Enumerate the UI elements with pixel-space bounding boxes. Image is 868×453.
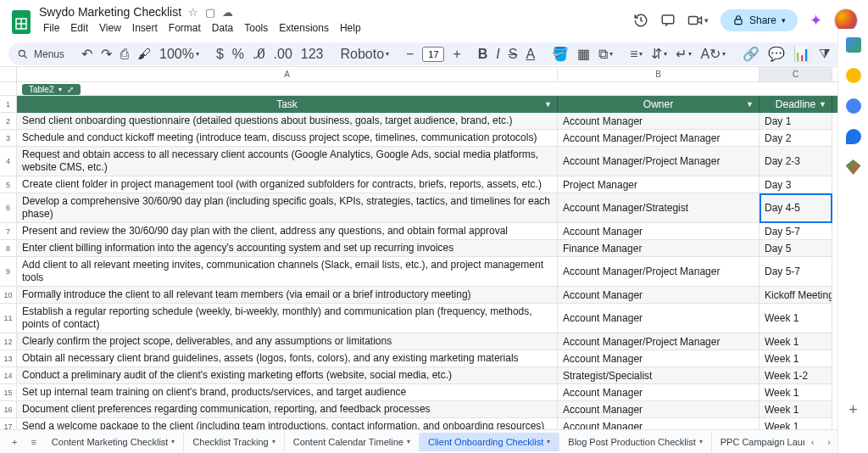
row-number[interactable]: 13	[0, 350, 17, 367]
header-deadline[interactable]: Deadline▼	[760, 96, 832, 113]
text-color-icon[interactable]: A	[526, 47, 535, 62]
calendar-icon[interactable]	[846, 37, 861, 53]
font-select[interactable]: Roboto ▾	[341, 47, 390, 62]
cell-deadline[interactable]: Week 1	[760, 401, 832, 418]
filter-icon[interactable]: ⧩	[819, 47, 830, 62]
menu-help[interactable]: Help	[336, 20, 365, 36]
add-sheet-icon[interactable]: +	[5, 437, 24, 447]
menu-view[interactable]: View	[95, 20, 125, 36]
menu-format[interactable]: Format	[164, 20, 205, 36]
cell-task[interactable]: Set up internal team training on client'…	[17, 384, 558, 401]
cell-task[interactable]: Send a welcome package to the client (in…	[17, 418, 558, 429]
fill-color-icon[interactable]: 🪣	[552, 46, 569, 62]
cell-task[interactable]: Clearly confirm the project scope, deliv…	[17, 333, 558, 350]
gemini-icon[interactable]: ✦	[810, 11, 822, 30]
cell-deadline[interactable]: Week 1	[760, 333, 832, 350]
cell-deadline[interactable]: Day 2	[760, 130, 832, 147]
menu-edit[interactable]: Edit	[66, 20, 92, 36]
row-number[interactable]: 6	[0, 193, 17, 223]
cloud-icon[interactable]: ☁	[222, 6, 233, 19]
cell-deadline[interactable]: Week 1	[760, 350, 832, 367]
cell-owner[interactable]: Account Manager	[558, 418, 760, 429]
row-number[interactable]: 7	[0, 223, 17, 240]
menu-data[interactable]: Data	[208, 20, 237, 36]
cell-deadline[interactable]: Week 1	[760, 384, 832, 401]
halign-icon[interactable]: ≡▾	[630, 47, 643, 62]
redo-icon[interactable]: ↷	[101, 46, 112, 62]
cell-deadline[interactable]: Day 5-7	[760, 257, 832, 287]
cell-owner[interactable]: Account Manager	[558, 304, 760, 333]
cell-deadline[interactable]: Day 1	[760, 113, 832, 130]
cell-deadline[interactable]: Day 2-3	[760, 147, 832, 176]
cell-owner[interactable]: Account Manager/Project Manager	[558, 257, 760, 287]
sheet-grid[interactable]: A B C Table2 ▾ ⤢ 1 Task▼ Owner▼ Deadline…	[0, 66, 837, 429]
zoom-select[interactable]: 100% ▾	[159, 47, 199, 62]
sheet-tab[interactable]: Content Calendar Timeline▾	[285, 433, 420, 451]
strike-icon[interactable]: S	[509, 47, 518, 62]
table-chip[interactable]: Table2 ▾ ⤢	[22, 84, 81, 95]
row-number[interactable]: 9	[0, 257, 17, 287]
font-decrease-icon[interactable]: −	[406, 47, 414, 62]
cell-task[interactable]: Document client preferences regarding co…	[17, 401, 558, 418]
row-number[interactable]: 1	[0, 96, 17, 113]
cell-task[interactable]: Conduct a preliminary audit of the clien…	[17, 367, 558, 384]
menu-extensions[interactable]: Extensions	[275, 20, 333, 36]
comment-icon[interactable]: 💬	[768, 46, 785, 62]
wrap-icon[interactable]: ↵▾	[676, 46, 692, 62]
italic-icon[interactable]: I	[496, 47, 499, 62]
row-number[interactable]: 10	[0, 287, 17, 304]
row-number[interactable]: 11	[0, 304, 17, 333]
add-addon-icon[interactable]: +	[849, 401, 858, 453]
sheets-logo[interactable]	[10, 7, 32, 37]
cell-deadline[interactable]: Day 4-5	[760, 193, 832, 223]
meet-icon[interactable]: ▾	[687, 14, 709, 26]
cell-owner[interactable]: Project Manager	[558, 176, 760, 193]
cell-task[interactable]: Present and review the 30/60/90 day plan…	[17, 223, 558, 240]
currency-icon[interactable]: $	[216, 47, 224, 62]
menus-search[interactable]: Menus	[17, 48, 64, 60]
maps-icon[interactable]	[846, 159, 861, 175]
col-header-A[interactable]: A	[17, 67, 558, 81]
cell-owner[interactable]: Account Manager	[558, 401, 760, 418]
row-number[interactable]: 17	[0, 418, 17, 429]
undo-icon[interactable]: ↶	[81, 46, 92, 62]
share-button[interactable]: Share ▾	[721, 9, 798, 31]
increase-decimal-icon[interactable]: .00	[274, 47, 292, 62]
chart-icon[interactable]: 📊	[793, 46, 810, 62]
row-number[interactable]: 2	[0, 113, 17, 130]
col-header-B[interactable]: B	[558, 67, 760, 81]
cell-owner[interactable]: Account Manager	[558, 223, 760, 240]
bold-icon[interactable]: B	[478, 47, 488, 62]
keep-icon[interactable]	[846, 68, 861, 83]
cell-owner[interactable]: Account Manager/Project Manager	[558, 130, 760, 147]
font-increase-icon[interactable]: +	[453, 47, 460, 62]
cell-task[interactable]: Enter client billing information into th…	[17, 240, 558, 257]
menu-tools[interactable]: Tools	[240, 20, 272, 36]
valign-icon[interactable]: ⇵▾	[651, 46, 667, 62]
row-number[interactable]: 3	[0, 130, 17, 147]
all-sheets-icon[interactable]: ≡	[24, 437, 42, 447]
cell-task[interactable]: Send client onboarding questionnaire (de…	[17, 113, 558, 130]
row-number[interactable]: 15	[0, 384, 17, 401]
header-task[interactable]: Task▼	[17, 96, 558, 113]
cell-owner[interactable]: Account Manager/Project Manager	[558, 147, 760, 176]
cell-task[interactable]: Request and obtain access to all necessa…	[17, 147, 558, 176]
row-number[interactable]: 8	[0, 240, 17, 257]
link-icon[interactable]: 🔗	[743, 46, 760, 62]
borders-icon[interactable]: ▦	[577, 46, 590, 62]
cell-deadline[interactable]: Day 5-7	[760, 223, 832, 240]
sheet-tab[interactable]: Client Onboarding Checklist▾	[420, 433, 559, 451]
move-icon[interactable]: ▢	[205, 6, 215, 19]
contacts-icon[interactable]	[846, 129, 861, 144]
cell-owner[interactable]: Finance Manager	[558, 240, 760, 257]
comments-icon[interactable]	[660, 13, 676, 28]
cell-task[interactable]: Schedule and conduct kickoff meeting (in…	[17, 130, 558, 147]
font-size-input[interactable]	[422, 47, 444, 62]
cell-owner[interactable]: Account Manager	[558, 287, 760, 304]
cell-owner[interactable]: Account Manager/Strategist	[558, 193, 760, 223]
col-header-C[interactable]: C	[760, 67, 832, 81]
row-number[interactable]: 16	[0, 401, 17, 418]
cell-task[interactable]: Establish a regular reporting schedule (…	[17, 304, 558, 333]
row-number[interactable]: 5	[0, 176, 17, 193]
merge-icon[interactable]: ⧉▾	[598, 47, 613, 62]
